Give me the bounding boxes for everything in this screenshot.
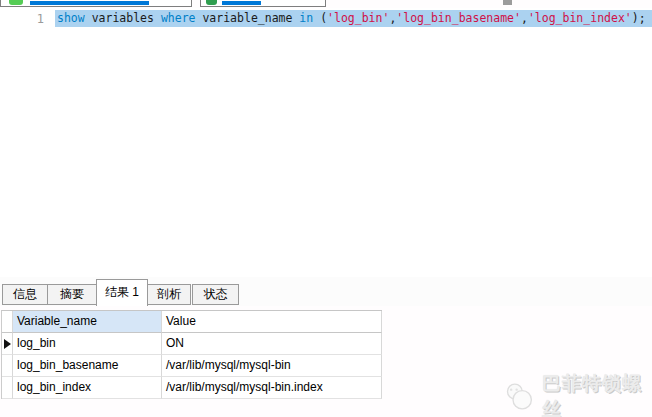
- tab-result-1[interactable]: 结果 1: [96, 279, 148, 306]
- watermark: 巴菲特锁螺丝: [502, 371, 652, 417]
- tab-status[interactable]: 状态: [192, 284, 239, 305]
- tab-link-underline: [222, 1, 261, 5]
- sql-keyword: show: [57, 11, 85, 25]
- row-selector[interactable]: [2, 355, 13, 377]
- current-row-marker-icon: [4, 339, 11, 349]
- connection-status-icon: [9, 0, 23, 5]
- sql-string: 'log_bin_basename': [396, 11, 521, 25]
- toolbar-fragment: [503, 0, 512, 5]
- table-row: log_bin_index /var/lib/mysql/mysql-bin.i…: [2, 377, 382, 399]
- column-header-variable-name[interactable]: Variable_name: [13, 311, 162, 333]
- sql-string: 'log_bin': [327, 11, 389, 25]
- cell-variable-name[interactable]: log_bin: [13, 333, 162, 355]
- tab-link-underline: [30, 1, 149, 5]
- table-row: log_bin ON: [2, 333, 382, 355]
- line-number: 1: [26, 11, 44, 28]
- sql-text: ,: [521, 11, 528, 25]
- sql-string: 'log_bin_index': [528, 11, 632, 25]
- result-tabbar: 信息 摘要 结果 1 剖析 状态: [0, 277, 652, 306]
- sql-text: variable_name: [196, 11, 300, 25]
- watermark-text: 巴菲特锁螺丝: [542, 371, 652, 417]
- sql-text: );: [632, 11, 646, 25]
- sql-keyword: in: [299, 11, 313, 25]
- cell-value[interactable]: ON: [162, 333, 382, 355]
- column-header-value[interactable]: Value: [162, 311, 382, 333]
- grid-header-row: Variable_name Value: [2, 311, 382, 333]
- connection-status-icon: [206, 0, 217, 5]
- sql-keyword: where: [161, 11, 196, 25]
- window-tab-fragment[interactable]: [0, 0, 192, 7]
- result-grid: Variable_name Value log_bin ON log_bin_b…: [1, 310, 382, 399]
- table-row: log_bin_basename /var/lib/mysql/mysql-bi…: [2, 355, 382, 377]
- row-selector[interactable]: [2, 333, 13, 355]
- tab-info[interactable]: 信息: [2, 284, 48, 305]
- tab-profile[interactable]: 剖析: [147, 284, 191, 305]
- tab-summary[interactable]: 摘要: [47, 284, 97, 305]
- row-selector[interactable]: [2, 377, 13, 399]
- query-editor-window: 1 show variables where variable_name in …: [0, 0, 652, 417]
- cell-value[interactable]: /var/lib/mysql/mysql-bin.index: [162, 377, 382, 399]
- sql-editor[interactable]: 1 show variables where variable_name in …: [0, 8, 652, 277]
- sheep-mascot-icon: [502, 381, 537, 413]
- sql-text: variables: [85, 11, 161, 25]
- row-selector-header[interactable]: [2, 311, 13, 333]
- sql-text: (: [313, 11, 327, 25]
- sql-statement-selected[interactable]: show variables where variable_name in ('…: [55, 10, 652, 27]
- cell-variable-name[interactable]: log_bin_basename: [13, 355, 162, 377]
- cell-variable-name[interactable]: log_bin_index: [13, 377, 162, 399]
- window-tab-fragment[interactable]: [200, 0, 326, 7]
- cell-value[interactable]: /var/lib/mysql/mysql-bin: [162, 355, 382, 377]
